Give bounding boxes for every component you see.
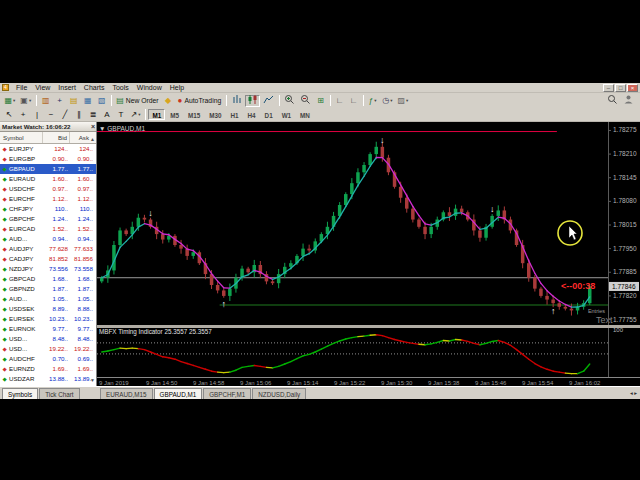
timeframe-m15[interactable]: M15 [184,109,204,120]
mw-row-audchf[interactable]: ◆AUDCHF0.70..0.69.. [0,354,96,364]
timeframe-m30[interactable]: M30 [205,109,225,120]
workspace: Market Watch: 16:06:22 × Symbol Bid Ask … [0,122,640,386]
scroll-down-icon[interactable]: ▼ [90,377,95,383]
tab-scroll-arrows[interactable]: ◂ ▸ [630,388,640,399]
chart-tab-gbpchf-m1[interactable]: GBPCHF,M1 [203,388,251,399]
terminal-button[interactable]: ▦ [81,95,94,107]
metaeditor-button[interactable]: ◆ [162,95,175,107]
new-chart-button[interactable]: ▦▾ [3,95,18,107]
chart-tab-gbpaud-m1[interactable]: GBPAUD,M1 [154,388,203,399]
navigator-button[interactable]: ▤ [67,95,80,107]
minimize-button[interactable]: – [603,84,614,92]
mw-row-gbpnzd[interactable]: ◆GBPNZD1.87..1.87.. [0,284,96,294]
chart-shift-button[interactable]: ∟ [347,95,360,107]
zoom-out-button[interactable] [298,95,313,107]
mw-ask: 1.77.. [70,164,96,174]
menu-tools[interactable]: Tools [108,83,132,93]
timeframe-m1[interactable]: M1 [148,109,165,120]
mw-row-usdsek[interactable]: ◆USDSEK8.89..8.88.. [0,304,96,314]
mw-row-cadjpy[interactable]: ◆CADJPY81.85281.856 [0,254,96,264]
periods-button[interactable]: ◷▾ [380,95,394,107]
mt4-logo-icon: 4 [2,84,9,91]
menu-file[interactable]: File [12,83,31,93]
mw-row-usdzar[interactable]: ◆USDZAR13.88..13.89.. [0,374,96,384]
menu-charts[interactable]: Charts [80,83,109,93]
mw-row-euraud[interactable]: ◆EURAUD1.60..1.60.. [0,174,96,184]
mw-row-eurchf[interactable]: ◆EURCHF1.12..1.12.. [0,194,96,204]
auto-scroll-button[interactable]: ∟ [333,95,346,107]
text-tool-button[interactable]: A [101,109,114,121]
time-tick-label: 9 Jan 15:46 [475,380,507,386]
indicators-button[interactable]: ƒ▾ [366,95,379,107]
strategy-tester-button[interactable]: ▧ [95,95,108,107]
mw-row-gbpaud[interactable]: ◆GBPAUD1.77..1.77.. [0,164,96,174]
mw-row-audjpy[interactable]: ◆AUDJPY77.62877.633 [0,244,96,254]
cursor-tool-button[interactable]: ↖ [3,109,16,121]
new-order-button[interactable]: ▤New Order [114,95,160,107]
tile-windows-button[interactable]: ⊞ [314,95,327,107]
toolbar-separator [279,95,280,106]
mw-row-chfjpy[interactable]: ◆CHFJPY110..110.. [0,204,96,214]
menu-view[interactable]: View [31,83,54,93]
chart-tab-nzdusd-daily[interactable]: NZDUSD,Daily [252,388,306,399]
candle-body [228,289,232,296]
profiles-button[interactable]: ▣▾ [18,95,33,107]
mw-row-eurnok[interactable]: ◆EURNOK9.77..9.77.. [0,324,96,334]
mw-row-usdchf[interactable]: ◆USDCHF0.97..0.97.. [0,184,96,194]
zoom-in-button[interactable] [282,95,297,107]
timeframe-h1[interactable]: H1 [226,109,242,120]
mw-row-usd[interactable]: ◆USD...19.22..19.22.. [0,344,96,354]
candle-body [558,303,562,307]
bar-chart-button[interactable] [229,95,244,107]
mw-row-gbpcad[interactable]: ◆GBPCAD1.68..1.68.. [0,274,96,284]
vertical-line-tool-button[interactable]: | [31,109,44,121]
mw-symbol: USDSEK [9,304,43,314]
line-chart-button[interactable] [261,95,276,107]
candle-body [350,183,354,194]
data-window-button[interactable]: + [53,95,66,107]
menu-window[interactable]: Window [133,83,166,93]
price-chart[interactable]: ▼ GBPAUD,M1↓↑↓↓↑<--00:38EntriesText1.782… [97,122,640,386]
chart-tab-euraud-m15[interactable]: EURAUD,M15 [100,388,153,399]
candlestick-chart-button[interactable] [245,95,260,107]
tab-symbols[interactable]: Symbols [2,388,38,399]
search-button[interactable] [605,95,620,107]
horizontal-line-tool-button[interactable]: − [45,109,58,121]
mw-row-nzdjpy[interactable]: ◆NZDJPY73.55673.558 [0,264,96,274]
templates-icon: ▨ [397,96,405,105]
fibonacci-tool-button[interactable]: ≣ [87,109,100,121]
mw-row-eurcad[interactable]: ◆EURCAD1.52..1.52.. [0,224,96,234]
mw-row-usd[interactable]: ◆USD...8.48..8.48.. [0,334,96,344]
restore-button[interactable]: □ [615,84,626,92]
timeframe-w1[interactable]: W1 [278,109,295,120]
autotrading-button[interactable]: ●AutoTrading [176,95,224,107]
crosshair-tool-button[interactable]: + [17,109,30,121]
mw-row-eurgbp[interactable]: ◆EURGBP0.90..0.90.. [0,154,96,164]
mw-row-aud[interactable]: ◆AUD...0.94..0.94.. [0,234,96,244]
timeframe-mn[interactable]: MN [296,109,314,120]
column-bid[interactable]: Bid [43,132,70,143]
channel-tool-button[interactable]: ∥ [73,109,86,121]
market-watch-toggle-button[interactable]: ▥ [39,95,52,107]
community-button[interactable] [621,95,636,107]
vertical-line-tool-icon: | [36,110,38,119]
mw-row-gbpchf[interactable]: ◆GBPCHF1.24..1.24.. [0,214,96,224]
mw-row-aud[interactable]: ◆AUD...1.05..1.05.. [0,294,96,304]
mw-row-eurjpy[interactable]: ◆EURJPY124..124.. [0,144,96,154]
menu-insert[interactable]: Insert [54,83,80,93]
timeframe-d1[interactable]: D1 [261,109,277,120]
menu-help[interactable]: Help [166,83,188,93]
templates-button[interactable]: ▨▾ [395,95,410,107]
tab-tick-chart[interactable]: Tick Chart [39,388,79,399]
column-symbol[interactable]: Symbol [0,132,43,143]
timeframe-m5[interactable]: M5 [166,109,183,120]
trendline-tool-button[interactable]: ╱ [59,109,72,121]
close-button[interactable]: × [627,84,638,92]
timeframe-h4[interactable]: H4 [244,109,260,120]
countdown-callout: <--00:38 [561,281,595,291]
mw-row-eursek[interactable]: ◆EURSEK10.23..10.23.. [0,314,96,324]
arrows-tool-button[interactable]: ↗▾ [129,109,143,121]
mw-row-eurnzd[interactable]: ◆EURNZD1.69..1.69.. [0,364,96,374]
text-label-tool-button[interactable]: T [115,109,128,121]
close-icon[interactable]: × [91,122,95,131]
